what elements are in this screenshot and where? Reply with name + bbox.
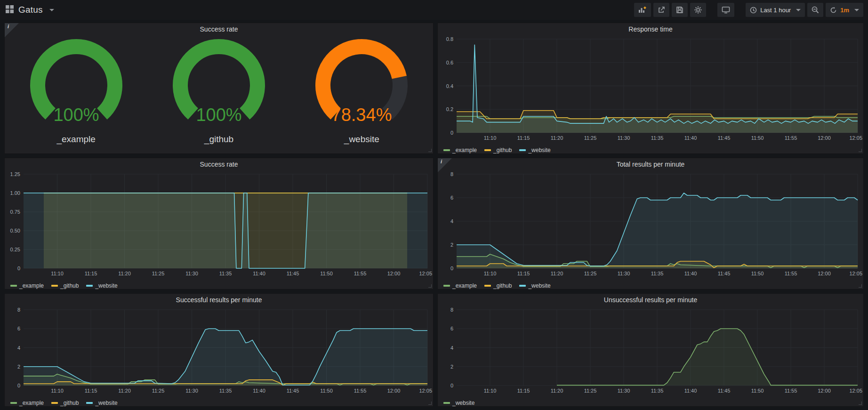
legend-item[interactable]: _website: [519, 282, 550, 289]
gauge-arc: 100%: [15, 36, 137, 135]
svg-text:11:10: 11:10: [484, 271, 497, 276]
svg-text:12:00: 12:00: [818, 135, 831, 141]
add-panel-icon: [638, 6, 647, 14]
svg-text:11:40: 11:40: [253, 271, 265, 276]
svg-text:12:00: 12:00: [818, 271, 831, 276]
panel-unsuccessful-results: Unsuccessful results per minute 0246811:…: [437, 293, 864, 407]
legend-swatch: [443, 149, 450, 151]
zoom-out-button[interactable]: [807, 3, 823, 17]
legend-item[interactable]: _website: [519, 147, 550, 153]
svg-text:11:50: 11:50: [320, 388, 333, 394]
panel-title[interactable]: Total results per minute: [438, 158, 863, 170]
svg-text:0: 0: [450, 265, 453, 271]
tv-mode-button[interactable]: [717, 3, 734, 17]
tv-icon: [722, 6, 730, 14]
chart-legend: _example_github_website: [5, 281, 433, 289]
svg-text:11:40: 11:40: [684, 388, 697, 394]
chevron-down-icon[interactable]: [49, 9, 54, 11]
svg-text:11:35: 11:35: [651, 388, 664, 394]
legend-swatch: [443, 402, 450, 404]
legend-series-name: _example: [19, 400, 44, 406]
svg-text:0: 0: [17, 265, 20, 271]
legend-item[interactable]: _example: [443, 147, 477, 153]
legend-item[interactable]: _example: [10, 400, 44, 406]
legend-series-name: _website: [528, 282, 550, 289]
success-rate-chart[interactable]: 00.250.500.751.001.2511:1011:1511:2011:2…: [5, 170, 433, 281]
svg-text:11:30: 11:30: [185, 388, 198, 394]
legend-swatch: [484, 149, 491, 151]
svg-text:11:45: 11:45: [718, 135, 731, 141]
gauge-github[interactable]: 100% _github: [148, 36, 289, 145]
svg-text:11:30: 11:30: [618, 271, 630, 276]
svg-text:78.34%: 78.34%: [331, 105, 392, 125]
legend-series-name: _github: [60, 400, 79, 406]
chart-legend: _website: [438, 398, 863, 407]
svg-text:11:30: 11:30: [618, 135, 630, 141]
svg-text:11:25: 11:25: [152, 388, 165, 394]
total-results-chart[interactable]: 0246811:1011:1511:2011:2511:3011:3511:40…: [438, 170, 863, 281]
gauge-row: 100% _example 100% _github 78.34% _websi…: [5, 35, 433, 153]
svg-text:11:20: 11:20: [118, 388, 131, 394]
svg-text:2: 2: [450, 364, 453, 370]
legend-item[interactable]: _github: [51, 400, 79, 406]
refresh-icon: [830, 7, 837, 14]
legend-item[interactable]: _github: [484, 147, 512, 153]
legend-item[interactable]: _website: [86, 400, 117, 406]
legend-series-name: _github: [60, 282, 79, 289]
add-panel-button[interactable]: [634, 3, 651, 17]
dashboard-title[interactable]: Gatus: [18, 5, 43, 15]
panel-info-icon[interactable]: i: [5, 23, 19, 37]
refresh-button[interactable]: 1m: [826, 3, 863, 17]
time-range-picker[interactable]: Last 1 hour: [746, 3, 805, 17]
svg-text:11:55: 11:55: [354, 271, 367, 276]
panel-title[interactable]: Success rate: [5, 23, 433, 35]
legend-series-name: _website: [452, 400, 474, 406]
svg-text:11:15: 11:15: [517, 388, 530, 394]
save-button[interactable]: [672, 3, 688, 17]
unsuccessful-results-chart[interactable]: 0246811:1011:1511:2011:2511:3011:3511:40…: [438, 306, 863, 398]
legend-item[interactable]: _website: [86, 282, 117, 289]
legend-item[interactable]: _github: [484, 282, 512, 289]
share-button[interactable]: [653, 3, 669, 17]
legend-swatch: [86, 285, 93, 287]
gauge-label: _website: [344, 134, 379, 145]
svg-text:11:55: 11:55: [785, 388, 797, 394]
time-range-label: Last 1 hour: [760, 7, 791, 14]
panel-title[interactable]: Unsuccessful results per minute: [438, 294, 863, 306]
svg-text:11:35: 11:35: [219, 271, 232, 276]
panel-title[interactable]: Response time: [438, 23, 863, 35]
gear-icon: [694, 6, 702, 14]
svg-text:8: 8: [450, 307, 453, 313]
svg-text:11:10: 11:10: [484, 388, 497, 394]
svg-text:11:55: 11:55: [785, 271, 797, 276]
svg-text:12:05: 12:05: [419, 271, 432, 276]
svg-text:11:25: 11:25: [152, 271, 165, 276]
legend-item[interactable]: _example: [10, 282, 44, 289]
response-time-chart[interactable]: 00.20.40.60.811:1011:1511:2011:2511:3011…: [438, 35, 863, 145]
panel-info-icon[interactable]: i: [438, 158, 452, 172]
svg-text:11:25: 11:25: [584, 271, 597, 276]
panel-title[interactable]: Success rate: [5, 158, 433, 170]
gauge-example[interactable]: 100% _example: [6, 36, 147, 145]
svg-text:4: 4: [450, 218, 453, 224]
legend-swatch: [443, 285, 450, 287]
svg-text:6: 6: [450, 326, 453, 331]
gauge-website[interactable]: 78.34% _website: [291, 36, 432, 145]
save-icon: [676, 6, 683, 14]
svg-text:11:10: 11:10: [51, 271, 64, 276]
refresh-interval-label: 1m: [840, 7, 849, 14]
gauge-arc: 100%: [158, 36, 280, 135]
legend-item[interactable]: _example: [443, 282, 477, 289]
svg-text:11:55: 11:55: [354, 388, 367, 394]
svg-text:11:45: 11:45: [287, 271, 299, 276]
panel-title[interactable]: Successful results per minute: [5, 294, 433, 306]
settings-button[interactable]: [690, 3, 706, 17]
successful-results-chart[interactable]: 0246811:1011:1511:2011:2511:3011:3511:40…: [5, 306, 433, 398]
svg-text:0.75: 0.75: [10, 209, 20, 215]
svg-text:6: 6: [17, 326, 20, 331]
svg-text:4: 4: [17, 345, 20, 351]
legend-item[interactable]: _website: [443, 400, 474, 406]
grid-logo-icon[interactable]: [6, 5, 14, 15]
svg-text:0.4: 0.4: [446, 83, 453, 89]
legend-item[interactable]: _github: [51, 282, 79, 289]
